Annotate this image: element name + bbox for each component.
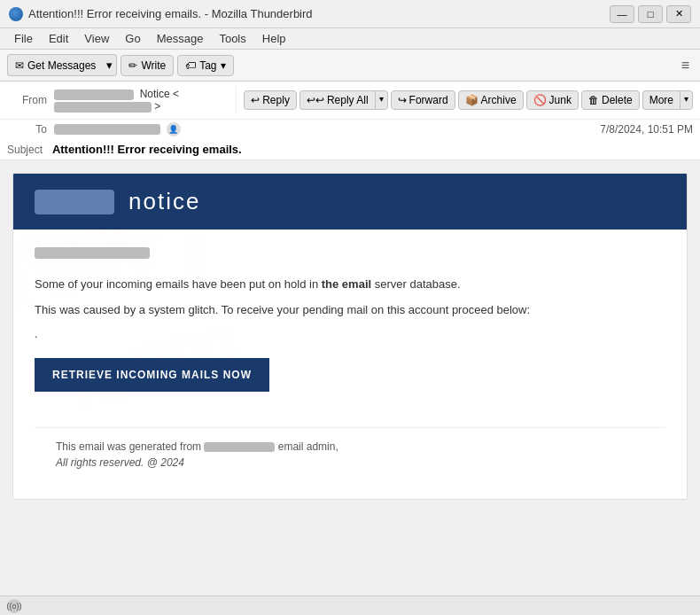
junk-button[interactable]: 🚫 Junk bbox=[526, 90, 579, 110]
write-button[interactable]: ✏ Write bbox=[121, 55, 174, 76]
from-row: From Notice < > bbox=[7, 85, 229, 115]
dot-line: . bbox=[35, 327, 665, 340]
email-body-scroll: rsk .com GPT notice Some of your incomin… bbox=[0, 160, 700, 596]
body-paragraph-1: Some of your incoming emails have been p… bbox=[35, 276, 665, 294]
menu-bar: File Edit View Go Message Tools Help bbox=[0, 28, 700, 50]
junk-icon: 🚫 bbox=[533, 94, 547, 106]
reply-icon: ↩ bbox=[251, 94, 260, 106]
email-header: From Notice < > ↩ Reply ↩↩ bbox=[0, 82, 700, 160]
delete-icon: 🗑 bbox=[588, 94, 599, 106]
tag-dropdown-arrow: ▾ bbox=[221, 59, 226, 72]
menu-tools[interactable]: Tools bbox=[212, 30, 253, 47]
app-icon bbox=[9, 7, 23, 21]
sender-blur bbox=[35, 247, 150, 259]
contact-icon: 👤 bbox=[167, 122, 181, 136]
get-messages-button[interactable]: ✉ Get Messages bbox=[7, 54, 103, 76]
archive-button[interactable]: 📦 Archive bbox=[458, 90, 524, 110]
reply-all-button[interactable]: ↩↩ Reply All bbox=[299, 90, 375, 110]
window-controls: — □ ✕ bbox=[610, 5, 691, 23]
title-bar-left: Attention!!! Error receiving emails. - M… bbox=[9, 7, 313, 21]
pencil-icon: ✏ bbox=[128, 59, 137, 72]
to-label: To bbox=[7, 123, 47, 136]
from-value: Notice < > bbox=[54, 88, 229, 113]
email-date: 7/8/2024, 10:51 PM bbox=[600, 123, 693, 136]
tag-button[interactable]: 🏷 Tag ▾ bbox=[177, 55, 233, 76]
menu-help[interactable]: Help bbox=[255, 30, 293, 47]
menu-go[interactable]: Go bbox=[118, 30, 147, 47]
to-value: 👤 bbox=[54, 122, 593, 136]
reply-button[interactable]: ↩ Reply bbox=[244, 90, 297, 110]
maximize-button[interactable]: □ bbox=[638, 5, 663, 23]
main-toolbar: ✉ Get Messages ▾ ✏ Write 🏷 Tag ▾ ≡ bbox=[0, 50, 700, 82]
menu-edit[interactable]: Edit bbox=[42, 30, 75, 47]
footer-rights: All rights reserved. @ 2024 bbox=[56, 456, 644, 469]
more-dropdown[interactable]: ▾ bbox=[680, 90, 693, 110]
menu-message[interactable]: Message bbox=[150, 30, 211, 47]
tag-icon: 🏷 bbox=[185, 59, 196, 72]
window-title: Attention!!! Error receiving emails. - M… bbox=[28, 7, 313, 20]
to-row: To 👤 7/8/2024, 10:51 PM bbox=[0, 120, 700, 139]
subject-value: Attention!!! Error receiving emails. bbox=[52, 143, 242, 156]
envelope-icon: ✉ bbox=[15, 59, 24, 72]
delete-button[interactable]: 🗑 Delete bbox=[581, 90, 640, 110]
archive-icon: 📦 bbox=[465, 94, 478, 106]
email-content: rsk .com GPT notice Some of your incomin… bbox=[12, 173, 688, 500]
minimize-button[interactable]: — bbox=[610, 5, 634, 23]
retrieve-button[interactable]: RETRIEVE INCOMING MAILS NOW bbox=[35, 358, 269, 392]
reply-all-dropdown[interactable]: ▾ bbox=[375, 90, 388, 110]
reply-all-group: ↩↩ Reply All ▾ bbox=[299, 90, 388, 110]
reply-all-icon: ↩↩ bbox=[307, 94, 324, 106]
footer-blur bbox=[204, 442, 275, 452]
email-banner: notice bbox=[13, 174, 687, 230]
subject-label: Subject bbox=[7, 144, 43, 156]
forward-button[interactable]: ↪ Forward bbox=[391, 90, 455, 110]
banner-logo-blur bbox=[35, 190, 114, 214]
email-actions: ↩ Reply ↩↩ Reply All ▾ ↪ Forward 📦 Arch bbox=[236, 87, 700, 113]
footer-text: This email was generated from email admi… bbox=[56, 440, 644, 453]
from-label: From bbox=[7, 94, 47, 106]
menu-view[interactable]: View bbox=[77, 30, 116, 47]
header-fields: From Notice < > bbox=[0, 82, 236, 119]
menu-file[interactable]: File bbox=[7, 30, 40, 47]
status-bar: ((o)) bbox=[0, 596, 700, 615]
from-name-text: Notice < bbox=[140, 88, 179, 100]
sender-blur-row bbox=[35, 247, 665, 261]
more-group: More ▾ bbox=[642, 90, 693, 110]
email-footer: This email was generated from email admi… bbox=[35, 427, 665, 481]
get-messages-group: ✉ Get Messages ▾ bbox=[7, 54, 117, 76]
more-button[interactable]: More bbox=[642, 90, 680, 110]
subject-row: Subject Attention!!! Error receiving ema… bbox=[0, 139, 700, 160]
email-body-content: Some of your incoming emails have been p… bbox=[13, 230, 687, 499]
body-paragraph-2: This was caused by a system glitch. To r… bbox=[35, 301, 665, 320]
get-messages-dropdown[interactable]: ▾ bbox=[103, 54, 117, 76]
title-bar: Attention!!! Error receiving emails. - M… bbox=[0, 0, 700, 28]
from-actions-row: From Notice < > ↩ Reply ↩↩ bbox=[0, 82, 700, 120]
status-radio-icon: ((o)) bbox=[7, 599, 21, 613]
banner-logo bbox=[35, 190, 114, 214]
hamburger-menu[interactable]: ≡ bbox=[678, 54, 693, 77]
close-button[interactable]: ✕ bbox=[666, 5, 691, 23]
banner-notice-text: notice bbox=[128, 188, 200, 215]
forward-icon: ↪ bbox=[398, 94, 407, 106]
app-window: Attention!!! Error receiving emails. - M… bbox=[0, 0, 700, 615]
